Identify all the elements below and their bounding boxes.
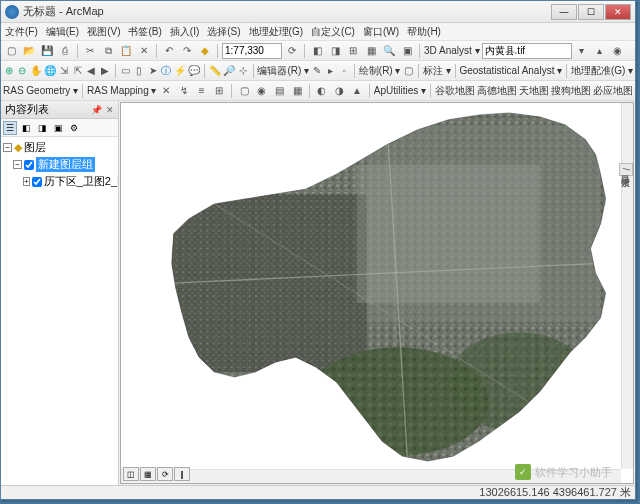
gaode-label[interactable]: 高德地图: [477, 84, 517, 98]
cut-icon[interactable]: ✂: [82, 43, 98, 59]
bing-label[interactable]: 必应地图: [593, 84, 633, 98]
edit-tool-icon[interactable]: ✎: [311, 63, 323, 79]
draw-label[interactable]: 绘制(R) ▾: [359, 64, 401, 78]
goto-xy-icon[interactable]: ⊹: [237, 63, 249, 79]
edit-a-icon[interactable]: ▸: [325, 63, 337, 79]
map-view[interactable]: ◫ ▦ ⟳ ‖ 目录/搜索: [120, 102, 634, 484]
aputil-label[interactable]: ApUtilities ▾: [374, 85, 426, 96]
map-vscroll[interactable]: [621, 103, 633, 469]
new-icon[interactable]: ▢: [3, 43, 19, 59]
label-label[interactable]: 标注 ▾: [423, 64, 451, 78]
open-icon[interactable]: 📂: [21, 43, 37, 59]
tree-layer-2[interactable]: + 历下区_卫图2_Level_16.tif: [3, 173, 116, 190]
maximize-button[interactable]: ☐: [578, 4, 604, 20]
list-by-visibility-icon[interactable]: ◨: [35, 121, 49, 135]
tool-a-icon[interactable]: ◧: [309, 43, 325, 59]
collapse-icon[interactable]: −: [13, 160, 22, 169]
pan-icon[interactable]: ✋: [30, 63, 42, 79]
hyperlink-icon[interactable]: ⚡: [174, 63, 186, 79]
sougou-label[interactable]: 搜狗地图: [551, 84, 591, 98]
print-icon[interactable]: ⎙: [57, 43, 73, 59]
ras-a-icon[interactable]: ✕: [159, 83, 175, 99]
t3d-icon[interactable]: ▦: [289, 83, 305, 99]
fixed-zoom-in-icon[interactable]: ⇲: [58, 63, 70, 79]
geostat-label[interactable]: Geostatistical Analyst ▾: [459, 65, 562, 76]
tool-f-icon[interactable]: ◉: [610, 43, 626, 59]
tool-e-icon[interactable]: ▴: [592, 43, 608, 59]
measure-icon[interactable]: 📏: [209, 63, 221, 79]
list-by-selection-icon[interactable]: ▣: [51, 121, 65, 135]
tree-root[interactable]: − ◆ 图层: [3, 139, 116, 156]
catalog-tab[interactable]: 目录/搜索: [619, 163, 633, 176]
tool-c-icon[interactable]: ⊞: [345, 43, 361, 59]
layout-view-button[interactable]: ▦: [140, 467, 156, 481]
menu-customize[interactable]: 自定义(C): [311, 25, 355, 39]
georef-label[interactable]: 地理配准(G) ▾: [571, 64, 633, 78]
scale-combo[interactable]: 1:77,330: [222, 43, 282, 59]
select-icon[interactable]: ▭: [120, 63, 132, 79]
pin-icon[interactable]: 📌: [91, 105, 102, 115]
delete-icon[interactable]: ✕: [136, 43, 152, 59]
google-label[interactable]: 谷歌地图: [435, 84, 475, 98]
menu-select[interactable]: 选择(S): [207, 25, 240, 39]
t3c-icon[interactable]: ▤: [272, 83, 288, 99]
refresh-icon[interactable]: ⟳: [284, 43, 300, 59]
t3b-icon[interactable]: ◉: [254, 83, 270, 99]
menu-insert[interactable]: 插入(I): [170, 25, 199, 39]
refresh-view-button[interactable]: ⟳: [157, 467, 173, 481]
catalog-icon[interactable]: ▦: [363, 43, 379, 59]
add-data-icon[interactable]: ◆: [197, 43, 213, 59]
list-by-source-icon[interactable]: ◧: [19, 121, 33, 135]
edit-b-icon[interactable]: ◦: [338, 63, 350, 79]
redo-icon[interactable]: ↷: [179, 43, 195, 59]
menu-file[interactable]: 文件(F): [5, 25, 38, 39]
next-extent-icon[interactable]: ▶: [99, 63, 111, 79]
zoom-out-icon[interactable]: ⊖: [17, 63, 29, 79]
t3e-icon[interactable]: ◐: [314, 83, 330, 99]
identify-icon[interactable]: ⓘ: [161, 63, 173, 79]
search-icon[interactable]: 🔍: [381, 43, 397, 59]
menu-help[interactable]: 帮助(H): [407, 25, 441, 39]
layer-combo[interactable]: 内黄县.tif: [482, 43, 572, 59]
full-extent-icon[interactable]: 🌐: [44, 63, 56, 79]
ras-c-icon[interactable]: ≡: [194, 83, 210, 99]
menu-view[interactable]: 视图(V): [87, 25, 120, 39]
options-icon[interactable]: ⚙: [67, 121, 81, 135]
pause-draw-button[interactable]: ‖: [174, 467, 190, 481]
prev-extent-icon[interactable]: ◀: [86, 63, 98, 79]
paste-icon[interactable]: 📋: [118, 43, 134, 59]
html-popup-icon[interactable]: 💬: [188, 63, 200, 79]
pointer-icon[interactable]: ➤: [147, 63, 159, 79]
rect-icon[interactable]: ▢: [402, 63, 414, 79]
close-button[interactable]: ✕: [605, 4, 631, 20]
list-by-drawing-icon[interactable]: ☰: [3, 121, 17, 135]
expand-icon[interactable]: +: [23, 177, 30, 186]
collapse-icon[interactable]: −: [3, 143, 12, 152]
menu-edit[interactable]: 编辑(E): [46, 25, 79, 39]
menu-bookmarks[interactable]: 书签(B): [128, 25, 161, 39]
3d-analyst-label[interactable]: 3D Analyst ▾: [424, 45, 480, 56]
clear-select-icon[interactable]: ▯: [133, 63, 145, 79]
undo-icon[interactable]: ↶: [161, 43, 177, 59]
save-icon[interactable]: 💾: [39, 43, 55, 59]
editor-label[interactable]: 编辑器(R) ▾: [257, 64, 309, 78]
tree-layer-1[interactable]: − 新建图层组: [3, 156, 116, 173]
tool-d-icon[interactable]: ▾: [574, 43, 590, 59]
zoom-in-icon[interactable]: ⊕: [3, 63, 15, 79]
layer-1-checkbox[interactable]: [24, 160, 34, 170]
data-view-button[interactable]: ◫: [123, 467, 139, 481]
python-icon[interactable]: ▣: [399, 43, 415, 59]
t3a-icon[interactable]: ▢: [236, 83, 252, 99]
find-icon[interactable]: 🔎: [223, 63, 235, 79]
t3f-icon[interactable]: ◑: [332, 83, 348, 99]
t3g-icon[interactable]: ▲: [349, 83, 365, 99]
ras-geom-label[interactable]: RAS Geometry ▾: [3, 85, 78, 96]
tool-b-icon[interactable]: ◨: [327, 43, 343, 59]
toc-close-icon[interactable]: ✕: [106, 105, 114, 115]
copy-icon[interactable]: ⧉: [100, 43, 116, 59]
ras-d-icon[interactable]: ⊞: [212, 83, 228, 99]
minimize-button[interactable]: —: [551, 4, 577, 20]
menu-geoprocessing[interactable]: 地理处理(G): [249, 25, 303, 39]
menu-window[interactable]: 窗口(W): [363, 25, 399, 39]
ras-b-icon[interactable]: ↯: [176, 83, 192, 99]
